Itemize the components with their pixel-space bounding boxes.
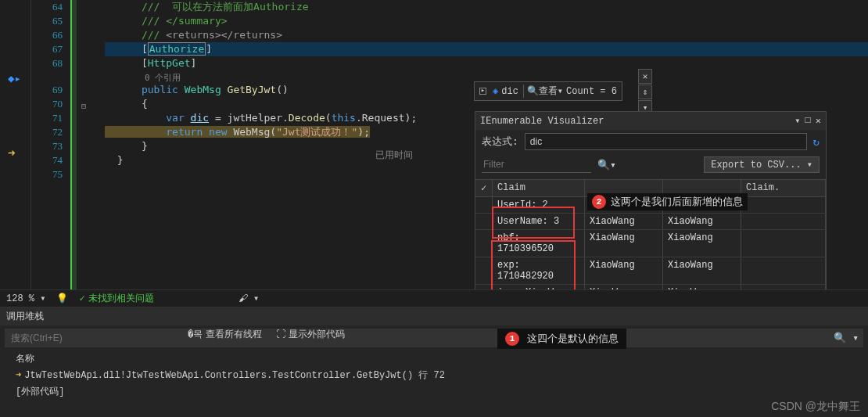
badge-icon: 2 bbox=[592, 195, 606, 209]
visualizer-panel: IEnumerable Visualizer ▾ □ ✕ 表达式: ↻ 🔍▾ E… bbox=[475, 111, 827, 318]
table-row: UserName: 3XiaoWangXiaoWang bbox=[475, 214, 826, 230]
view-dropdown[interactable]: 🔍查看▾ bbox=[523, 84, 563, 98]
bookmark-icon[interactable]: ◆▸ bbox=[8, 72, 21, 85]
callstack-title: 调用堆栈 bbox=[0, 307, 868, 325]
check-header[interactable]: ✓ bbox=[475, 180, 493, 196]
refresh-icon[interactable]: ↻ bbox=[813, 135, 820, 149]
view-all-threads-button[interactable]: �목 查看所有线程 bbox=[188, 328, 262, 341]
expression-input[interactable] bbox=[525, 133, 807, 150]
editor-status-bar: 128 % ▾ 💡 ✓未找到相关问题 🖌 ▾ bbox=[0, 289, 868, 307]
zoom-level[interactable]: 128 % ▾ bbox=[6, 293, 45, 304]
breakpoint-gutter[interactable]: ◆▸ ➜ bbox=[0, 0, 31, 289]
filter-input[interactable] bbox=[482, 156, 591, 173]
stack-frame[interactable]: ➜ JtwTestWebApi.dll!JtwTestWebApi.Contro… bbox=[0, 367, 868, 383]
no-issues-status[interactable]: ✓未找到相关问题 bbox=[79, 292, 153, 305]
callstack-search[interactable]: 🔍 ▾ bbox=[5, 329, 863, 347]
col-claim[interactable]: Claim bbox=[493, 180, 585, 196]
watermark: CSDN @龙中舞王 bbox=[771, 400, 860, 414]
search-icon[interactable]: 🔍▾ bbox=[597, 159, 616, 171]
col-name[interactable]: 名称 bbox=[0, 350, 868, 367]
datatip-var: dic bbox=[501, 86, 518, 97]
visualizer-title: IEnumerable Visualizer bbox=[480, 116, 604, 127]
cube-icon: ◈ bbox=[493, 85, 498, 97]
callstack-panel: 调用堆栈 🔍 ▾ �목 查看所有线程 ⛶ 显示外部代码 名称 ➜ JtwTest… bbox=[0, 307, 868, 417]
show-external-button[interactable]: ⛶ 显示外部代码 bbox=[276, 328, 345, 341]
outline-gutter: ⊟ bbox=[70, 0, 94, 289]
close-icon[interactable]: ✕ bbox=[816, 115, 821, 127]
datatip-pin-icon[interactable]: ⇕ bbox=[638, 84, 652, 99]
visualizer-titlebar[interactable]: IEnumerable Visualizer ▾ □ ✕ bbox=[475, 112, 826, 130]
fold-icon[interactable]: ⊟ bbox=[81, 102, 86, 111]
stack-frame[interactable]: [外部代码] bbox=[0, 383, 868, 400]
maximize-icon[interactable]: □ bbox=[805, 115, 811, 127]
table-row: exp: 1710482920XiaoWangXiaoWang bbox=[475, 257, 826, 285]
expression-label: 表达式: bbox=[482, 135, 518, 149]
brush-icon[interactable]: 🖌 ▾ bbox=[239, 293, 259, 304]
current-frame-icon: ➜ bbox=[16, 369, 21, 381]
search-input[interactable] bbox=[5, 333, 829, 343]
badge-icon: 1 bbox=[505, 332, 519, 346]
lightbulb-icon[interactable]: 💡 bbox=[56, 293, 68, 304]
annotation-2: 2 这两个是我们后面新增的信息 bbox=[587, 193, 748, 210]
table-row: nbf: 1710396520XiaoWangXiaoWang bbox=[475, 230, 826, 257]
perf-hint: 已用时间 bbox=[375, 149, 413, 162]
debug-datatip[interactable]: ▸ ◈ dic 🔍查看▾ Count = 6 bbox=[474, 81, 622, 101]
expand-icon[interactable]: ▸ bbox=[479, 88, 486, 95]
line-numbers: 64 65 66 67 68 69 70 71 72 73 74 75 bbox=[31, 0, 70, 289]
dropdown-icon[interactable]: ▾ bbox=[794, 115, 800, 127]
search-icon[interactable]: 🔍 ▾ bbox=[829, 332, 863, 344]
codelens-refs[interactable]: 0 个引用 bbox=[142, 73, 181, 83]
annotation-1: 1 这四个是默认的信息 bbox=[497, 329, 626, 349]
datatip-close-icon[interactable]: ✕ bbox=[638, 69, 652, 84]
col-claim2[interactable]: Claim. bbox=[741, 180, 826, 196]
export-button[interactable]: Export to CSV... ▾ bbox=[704, 156, 820, 173]
current-line-icon: ➜ bbox=[8, 146, 16, 161]
count-label: Count = 6 bbox=[566, 86, 617, 97]
